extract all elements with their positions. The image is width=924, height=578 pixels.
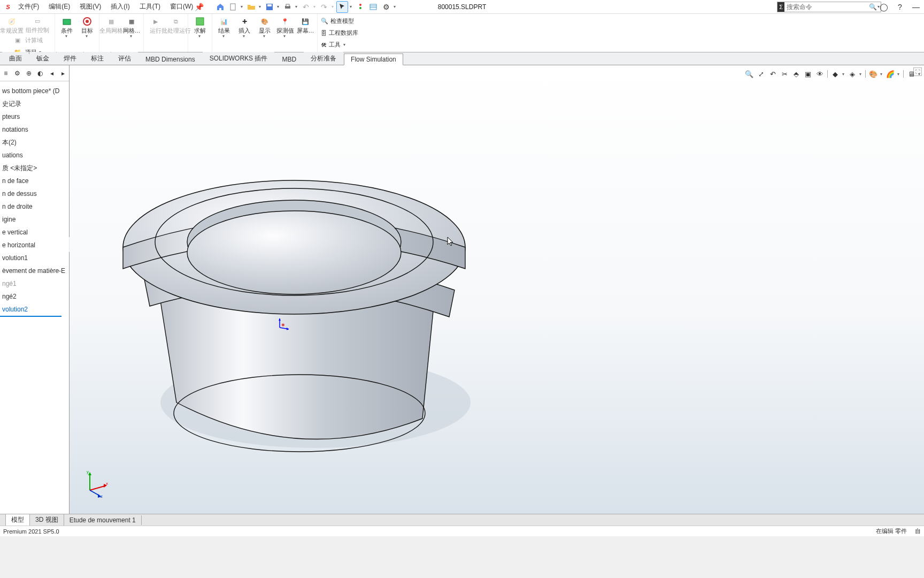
- tab-曲面[interactable]: 曲面: [2, 52, 29, 65]
- tree-item[interactable]: e vertical: [0, 226, 69, 239]
- btn-general-settings[interactable]: 🧭常规设置: [2, 15, 21, 34]
- tree-tab-2-icon[interactable]: ⚙: [13, 67, 22, 79]
- btn-batch-run[interactable]: ⧉批处理运行: [166, 15, 186, 34]
- tree-item[interactable]: ws bottom piece* (D: [0, 85, 69, 97]
- tab-分析准备[interactable]: 分析准备: [304, 52, 343, 65]
- btn-conditions[interactable]: 条件▾: [57, 15, 76, 39]
- undo-icon[interactable]: ↶: [300, 1, 312, 13]
- tree-tab-4-icon[interactable]: ◐: [36, 67, 45, 79]
- appearance2-icon[interactable]: ◈: [847, 69, 858, 79]
- select-dropdown-icon[interactable]: ▾: [348, 4, 353, 9]
- tree-item[interactable]: n de droite: [0, 200, 69, 213]
- options-dropdown-icon[interactable]: ▾: [392, 4, 397, 9]
- appearance1-icon[interactable]: ◆: [830, 69, 841, 79]
- bottom-tab-0[interactable]: 模型: [5, 514, 30, 526]
- menu-view[interactable]: 视图(V): [80, 2, 101, 11]
- btn-check-model[interactable]: 🔍检查模型: [321, 16, 358, 27]
- menu-tools[interactable]: 工具(T): [140, 2, 160, 11]
- tab-SOLIDWORKS 插件[interactable]: SOLIDWORKS 插件: [203, 52, 275, 65]
- tab-标注[interactable]: 标注: [84, 52, 111, 65]
- tree-item[interactable]: uations: [0, 149, 69, 162]
- viewport-3d[interactable]: ⛶ 🔍 ⤢ ↶ ✂ ⬘ ▣ 👁 ◆▾ ◈▾ 🎨▾ 🌈▾ 🖥▾: [70, 65, 924, 514]
- pin-icon[interactable]: 📌: [193, 1, 205, 13]
- prev-view-icon[interactable]: ↶: [767, 69, 778, 79]
- tree-item[interactable]: notations: [0, 123, 69, 136]
- undo-dropdown-icon[interactable]: ▾: [312, 4, 317, 9]
- scene-icon[interactable]: 🎨: [868, 69, 879, 79]
- triad-icon[interactable]: y x z: [80, 468, 110, 498]
- bottom-tab-2[interactable]: Etude de mouvement 1: [64, 515, 142, 525]
- btn-global-mesh[interactable]: ▦全局网格: [102, 15, 121, 39]
- btn-results[interactable]: 📊结果▾: [214, 15, 234, 39]
- traffic-icon[interactable]: [355, 1, 366, 13]
- print-icon[interactable]: [282, 1, 294, 13]
- display-style-icon[interactable]: ▣: [803, 69, 813, 79]
- save-icon[interactable]: [264, 1, 275, 13]
- render-icon[interactable]: 🌈: [885, 69, 896, 79]
- search-input[interactable]: [784, 3, 869, 11]
- new-icon[interactable]: [227, 1, 239, 13]
- tree-tab-3-icon[interactable]: ⊕: [24, 67, 34, 79]
- redo-icon[interactable]: ↷: [318, 1, 330, 13]
- tree-item[interactable]: e horizontal: [0, 239, 69, 252]
- btn-display[interactable]: 🎨显示▾: [255, 15, 274, 39]
- tree-item[interactable]: ngé2: [0, 290, 69, 303]
- menu-window[interactable]: 窗口(W): [170, 2, 193, 11]
- menu-file[interactable]: 文件(F): [18, 2, 39, 11]
- btn-eng-db[interactable]: 🗄工程数据库: [321, 28, 358, 39]
- btn-component-ctrl[interactable]: ▭组件控制: [22, 15, 52, 34]
- tree-item[interactable]: pteurs: [0, 110, 69, 123]
- tree-item[interactable]: volution1: [0, 252, 69, 264]
- search-mode-icon[interactable]: Σ: [777, 2, 784, 12]
- tree-item[interactable]: 本(2): [0, 136, 69, 149]
- tree-item[interactable]: igine: [0, 213, 69, 226]
- tree-item[interactable]: 史记录: [0, 97, 69, 110]
- search-box[interactable]: Σ 🔍 ▾: [777, 2, 881, 12]
- tab-钣金[interactable]: 钣金: [29, 52, 56, 65]
- open-dropdown-icon[interactable]: ▾: [257, 4, 263, 9]
- tab-焊件[interactable]: 焊件: [57, 52, 83, 65]
- tab-Flow Simulation[interactable]: Flow Simulation: [344, 54, 403, 65]
- btn-goals[interactable]: 目标▾: [78, 15, 97, 39]
- tree-nav-prev-icon[interactable]: ◂: [47, 67, 57, 79]
- tree-item[interactable]: n de face: [0, 174, 69, 187]
- user-icon[interactable]: ◯: [878, 1, 890, 13]
- screen-icon[interactable]: 🖥: [906, 69, 917, 79]
- zoom-fit-icon[interactable]: 🔍: [744, 69, 754, 79]
- tree-item[interactable]: 质 <未指定>: [0, 162, 69, 174]
- redo-dropdown-icon[interactable]: ▾: [330, 4, 335, 9]
- tree-item[interactable]: n de dessus: [0, 187, 69, 200]
- tree-item[interactable]: volution2: [0, 303, 61, 317]
- menu-insert[interactable]: 插入(I): [111, 2, 129, 11]
- help-icon[interactable]: ?: [894, 1, 906, 13]
- tab-评估[interactable]: 评估: [111, 52, 138, 65]
- hide-show-icon[interactable]: 👁: [814, 69, 825, 79]
- view-orient-icon[interactable]: ⬘: [791, 69, 802, 79]
- btn-screen[interactable]: 💾屏幕…: [296, 15, 315, 39]
- minimize-icon[interactable]: —: [910, 1, 922, 13]
- options-icon[interactable]: ⚙: [380, 1, 392, 13]
- menu-edit[interactable]: 编辑(E): [49, 2, 70, 11]
- tree-tab-1-icon[interactable]: ≡: [1, 67, 11, 79]
- zoom-area-icon[interactable]: ⤢: [756, 69, 766, 79]
- tree-nav-next-icon[interactable]: ▸: [59, 67, 68, 79]
- bottom-tab-1[interactable]: 3D 视图: [30, 514, 64, 526]
- print-dropdown-icon[interactable]: ▾: [294, 4, 299, 9]
- tab-MBD Dimensions[interactable]: MBD Dimensions: [138, 54, 202, 65]
- btn-solve[interactable]: 求解▾: [190, 15, 210, 39]
- open-icon[interactable]: [245, 1, 257, 13]
- save-dropdown-icon[interactable]: ▾: [275, 4, 281, 9]
- tree-item[interactable]: ngé1: [0, 277, 69, 290]
- list-icon[interactable]: [367, 1, 379, 13]
- tab-MBD[interactable]: MBD: [275, 54, 303, 65]
- tree-item[interactable]: èvement de matière-E: [0, 264, 69, 277]
- btn-probe[interactable]: 📍探测值▾: [275, 15, 295, 39]
- home-icon[interactable]: [214, 1, 226, 13]
- btn-compute-domain[interactable]: ▣计算域: [9, 34, 46, 46]
- select-icon[interactable]: [336, 1, 348, 13]
- btn-insert-result[interactable]: ✚插入▾: [235, 15, 254, 39]
- btn-tools[interactable]: 🛠工具▾: [321, 40, 358, 50]
- new-dropdown-icon[interactable]: ▾: [239, 4, 244, 9]
- btn-mesh[interactable]: ▦网格…▾: [122, 15, 141, 39]
- section-icon[interactable]: ✂: [779, 69, 790, 79]
